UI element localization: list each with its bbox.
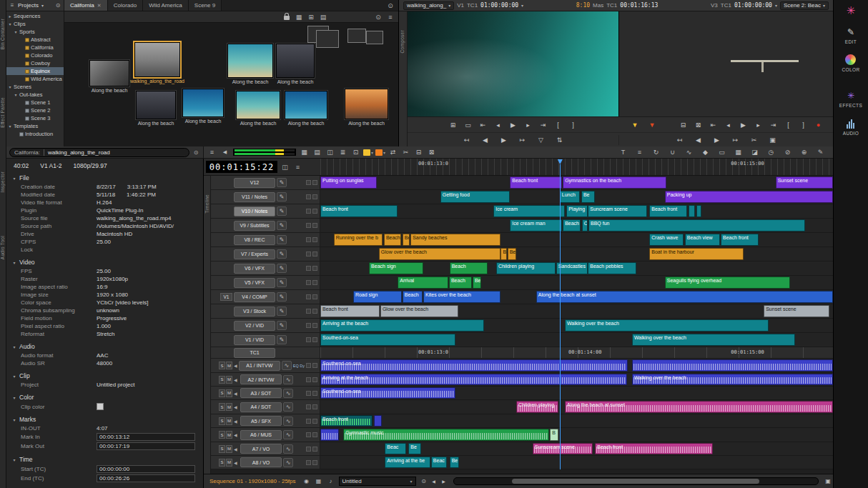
bin-clip[interactable]: Along the beach — [89, 60, 129, 94]
wave-icon[interactable]: ∿ — [684, 148, 694, 157]
track-button-v1-vid[interactable]: V1 / VID — [234, 335, 275, 345]
track-toggle[interactable] — [306, 180, 311, 185]
video-monitor-icon[interactable]: ▦ — [314, 477, 324, 486]
track-toggle[interactable] — [312, 266, 317, 271]
timeline-clip[interactable]: Southed-on-sea — [320, 334, 455, 346]
timeline-clip[interactable]: Be — [508, 248, 516, 260]
property-field[interactable]: 00:00:13:12 — [97, 433, 195, 441]
go-to-start-icon[interactable]: ↤ — [674, 135, 686, 145]
timeline-clip[interactable]: Running over the b — [334, 234, 383, 246]
align-icon[interactable]: ≡ — [634, 148, 645, 157]
timeline-clip[interactable]: Sandy beaches — [410, 234, 500, 246]
tree-item-scenes[interactable]: ▾Scenes — [6, 83, 64, 91]
track-button-v12[interactable]: V12 — [234, 178, 275, 188]
tree-item-scene-3[interactable]: ▸Scene 3 — [6, 114, 64, 122]
tree-item-templates[interactable]: ▾Templates — [6, 122, 64, 130]
search-input[interactable]: California: walking_along_the_road — [9, 148, 189, 157]
scroll-left-icon[interactable]: ◀ — [429, 477, 439, 486]
track-toggle[interactable] — [306, 377, 311, 382]
lane-v4-comp[interactable]: Road signBeachKites over the beachAlong … — [320, 290, 833, 304]
timeline-clip[interactable]: Beac — [431, 457, 447, 468]
track-toggle[interactable] — [306, 309, 311, 314]
track-toggle[interactable] — [306, 404, 311, 409]
lift-icon[interactable]: ⊟ — [413, 148, 424, 157]
tree-item-out-takes[interactable]: ▾Out-takes — [6, 91, 64, 99]
timeline-clip[interactable]: BBQ fun — [588, 219, 805, 231]
bin-frame-view[interactable]: Along the beachwalking_along_the_roadAlo… — [64, 23, 398, 146]
timeline-clip[interactable]: Be — [450, 457, 459, 468]
rewind-icon[interactable]: ◀ — [479, 135, 492, 145]
track-toggle[interactable] — [312, 377, 317, 382]
splice-in-button[interactable]: ▼ — [628, 120, 641, 130]
timeline-clip[interactable]: Beach front — [320, 205, 398, 217]
text-view-icon[interactable]: ▤ — [318, 12, 328, 21]
lane-a6-mus[interactable]: Gymnastic musicB — [320, 428, 833, 442]
pen-icon[interactable]: ✎ — [815, 148, 826, 157]
section-header-video[interactable]: ▾Video — [6, 257, 203, 267]
timeline-clip[interactable]: B — [550, 429, 558, 441]
lane-a7-vo[interactable]: BeacBeSunscream sceneBeach front — [320, 442, 833, 456]
projects-dropdown[interactable]: Projects — [18, 2, 39, 9]
sequence-menu[interactable]: Scene 2: Beac▾ — [780, 1, 829, 10]
track-toggle[interactable] — [306, 447, 311, 452]
tree-item-scene-1[interactable]: ▸Scene 1 — [6, 99, 64, 106]
track-button-tc1[interactable]: TC1 — [234, 348, 275, 358]
mark-in-icon[interactable]: [ — [782, 120, 795, 130]
go-to-in-icon[interactable]: ⇤ — [477, 120, 490, 130]
timeline-clip[interactable]: Along the beach at sunset — [536, 291, 833, 303]
keyframe-icon[interactable]: ◆ — [700, 148, 711, 157]
expand-icon[interactable]: ▣ — [766, 135, 779, 145]
rail-item-audio[interactable]: AUDIO — [843, 119, 859, 136]
timeline-clip[interactable]: Ice cream — [493, 205, 565, 217]
record-tc-label[interactable]: TC1 — [721, 2, 731, 9]
lane-v10-notes[interactable]: Beach frontIce creamPlayingSuncream scen… — [320, 204, 833, 219]
track-toggle[interactable] — [306, 252, 311, 257]
track-toggle[interactable] — [312, 391, 317, 396]
track-button-a3-sot[interactable]: A3 / SOT — [240, 388, 282, 398]
waveform-icon[interactable]: ∿ — [283, 430, 293, 439]
extract-icon[interactable]: ⊠ — [426, 148, 437, 157]
tree-item-scene-2[interactable]: ▸Scene 2 — [6, 106, 64, 114]
bin-tab-colorado[interactable]: Colorado — [108, 0, 143, 11]
mas-label[interactable]: Mas — [593, 2, 603, 9]
timeline-clip[interactable]: Arriving at the be — [385, 457, 430, 468]
timeline-clip[interactable]: Sandcastles — [556, 262, 588, 274]
solo-button[interactable]: S — [219, 431, 225, 439]
section-header-marks[interactable]: ▾Marks — [6, 414, 203, 424]
rewind-icon[interactable]: ◀ — [692, 135, 705, 145]
tree-item-introduction[interactable]: ▸Introduction — [6, 130, 64, 138]
tree-item-cowboy[interactable]: ▸Cowboy — [6, 59, 64, 67]
list-view-icon[interactable]: ▤ — [312, 148, 322, 157]
mute-button[interactable]: M — [226, 362, 232, 369]
track-button-a6-mus[interactable]: A6 / MUS — [240, 430, 282, 440]
frame-view-icon[interactable]: ▦ — [294, 12, 304, 21]
mute-button[interactable]: M — [226, 417, 232, 425]
mute-button[interactable]: M — [226, 431, 232, 439]
timeline-clip[interactable]: Road sign — [353, 291, 402, 303]
scrollbar-thumb[interactable] — [512, 479, 759, 484]
slash-icon[interactable]: ⊘ — [782, 148, 793, 157]
timeline-clip[interactable]: Beac — [385, 443, 406, 454]
lane-v8-rec[interactable]: Running over the bBeachBeSandy beachesCr… — [320, 233, 833, 247]
section-header-audio[interactable]: ▾Audio — [6, 342, 203, 352]
timeline-scrollbar[interactable] — [453, 477, 819, 485]
timeline-clip[interactable] — [689, 205, 695, 217]
find-icon[interactable]: ⊙ — [419, 477, 429, 486]
marker-icon[interactable]: ▽ — [535, 135, 548, 145]
timeline-clip[interactable]: Be — [408, 443, 421, 454]
fast-forward-icon[interactable]: ▶ — [711, 135, 724, 145]
play-icon[interactable]: ▶ — [737, 120, 750, 130]
step-backward-icon[interactable]: ◂ — [722, 120, 735, 130]
tree-item-equinox[interactable]: ▸Equinox — [6, 67, 64, 75]
timeline-clip[interactable]: Children playing — [496, 262, 556, 274]
tree-item-california[interactable]: ▸California — [6, 44, 64, 51]
step-backward-icon[interactable]: ◂ — [492, 120, 505, 130]
waveform-icon[interactable]: ∿ — [283, 375, 293, 384]
track-toggle[interactable] — [312, 237, 317, 242]
track-button-v9-subtitles[interactable]: V9 / Subtitles — [234, 221, 275, 231]
track-button-v7-experts[interactable]: V7 / Experts — [234, 249, 275, 259]
track-toggle[interactable] — [306, 363, 311, 368]
lane-v1-vid[interactable]: Southed-on-seaWalking over the beach — [320, 333, 833, 347]
timeline-clip[interactable]: Children playing — [516, 401, 559, 413]
track-toggle[interactable] — [306, 391, 311, 396]
